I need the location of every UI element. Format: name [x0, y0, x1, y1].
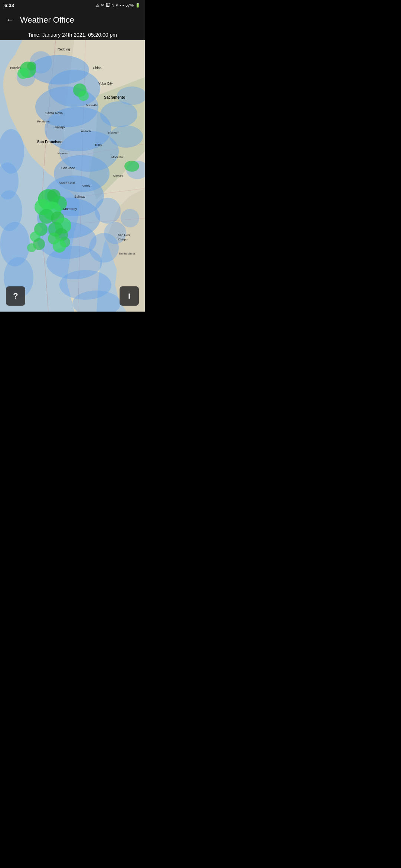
svg-point-57 — [27, 243, 36, 252]
svg-text:Vallejo: Vallejo — [55, 125, 65, 129]
svg-text:Petaluma: Petaluma — [37, 120, 50, 123]
svg-text:Santa Rosa: Santa Rosa — [45, 111, 63, 115]
nfc-icon: N — [111, 3, 114, 7]
info-button[interactable]: i — [120, 286, 139, 306]
sim2-icon: ▪ — [123, 3, 124, 7]
svg-text:Stockton: Stockton — [108, 131, 119, 134]
svg-text:Tracy: Tracy — [95, 143, 102, 147]
page-title: Weather Office — [20, 15, 74, 25]
back-button[interactable]: ← — [6, 15, 14, 25]
alert-icon: ⚠ — [96, 3, 100, 8]
battery-icon: 🔋 — [135, 3, 140, 8]
svg-point-58 — [124, 161, 139, 172]
svg-text:Gilroy: Gilroy — [82, 184, 90, 187]
svg-text:Salinas: Salinas — [74, 195, 85, 198]
time-banner: Time: January 24th 2021, 05:20:00 pm — [0, 30, 145, 40]
svg-text:Eureka: Eureka — [10, 66, 21, 70]
status-time: 6:33 — [4, 3, 14, 8]
svg-point-22 — [110, 125, 143, 148]
svg-text:San Luis: San Luis — [118, 233, 130, 237]
svg-text:Yuba City: Yuba City — [98, 82, 113, 85]
svg-text:Sacramento: Sacramento — [104, 95, 125, 99]
messages-icon: ✉ — [101, 3, 104, 8]
svg-text:Hayward: Hayward — [58, 152, 69, 155]
svg-point-21 — [100, 101, 137, 127]
map-buttons: ? i — [6, 286, 139, 306]
svg-point-40 — [78, 91, 89, 101]
svg-point-34 — [89, 233, 119, 263]
help-button[interactable]: ? — [6, 286, 25, 306]
app-bar: ← Weather Office — [0, 10, 145, 30]
svg-text:Santa Cruz: Santa Cruz — [59, 181, 76, 185]
svg-point-38 — [27, 62, 36, 70]
svg-point-32 — [95, 198, 121, 224]
svg-text:Chico: Chico — [93, 66, 101, 70]
photos-icon: 🖼 — [106, 3, 110, 7]
svg-text:Redding: Redding — [58, 47, 70, 51]
svg-text:Merced: Merced — [113, 174, 123, 177]
svg-text:Monterey: Monterey — [63, 207, 77, 211]
svg-text:Antioch: Antioch — [81, 129, 91, 133]
svg-text:San Francisco: San Francisco — [37, 140, 62, 144]
time-text: Time: January 24th 2021, 05:20:00 pm — [28, 32, 117, 38]
battery-indicator: 67% — [125, 3, 134, 7]
svg-point-35 — [121, 209, 139, 227]
svg-text:Vacaville: Vacaville — [86, 103, 98, 107]
radar-map[interactable]: Eureka Redding Chico Yuba City Sacrament… — [0, 40, 145, 312]
wifi-icon: ▾ — [116, 3, 118, 8]
svg-text:Santa Maria: Santa Maria — [119, 252, 135, 255]
svg-text:Obispo: Obispo — [118, 238, 128, 241]
map-base-svg: Eureka Redding Chico Yuba City Sacrament… — [0, 40, 145, 312]
svg-point-53 — [53, 239, 66, 253]
svg-text:Modesto: Modesto — [111, 155, 123, 159]
status-icons: ⚠ ✉ 🖼 N ▾ ▪ ▪ 67% 🔋 — [96, 3, 140, 8]
svg-text:San Jose: San Jose — [61, 166, 75, 170]
sim1-icon: ▪ — [120, 3, 121, 7]
status-bar: 6:33 ⚠ ✉ 🖼 N ▾ ▪ ▪ 67% 🔋 — [0, 0, 145, 10]
